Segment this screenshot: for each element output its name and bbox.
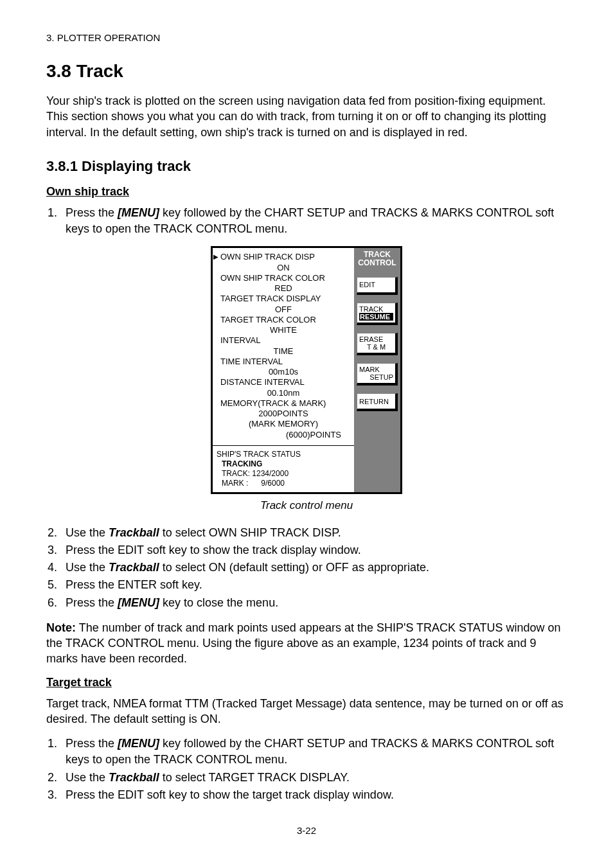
- status-mark: MARK : 9/6000: [217, 479, 350, 488]
- menu-items: OWN SHIP TRACK DISP ON OWN SHIP TRACK CO…: [213, 248, 354, 445]
- step-text: to select OWN SHIP TRACK DISP.: [159, 526, 341, 539]
- own-track-heading: Own ship track: [46, 185, 567, 199]
- menu-item-label: DISTANCE INTERVAL: [220, 377, 346, 387]
- own-track-steps: Press the [MENU] key followed by the CHA…: [46, 205, 567, 237]
- step-3: Press the EDIT soft key to show the trac…: [60, 542, 567, 558]
- menu-item-label: OWN SHIP TRACK DISP: [220, 252, 346, 262]
- step-6: Press the [MENU] key to close the menu.: [60, 595, 567, 611]
- softkey-label: ERASE: [359, 335, 393, 343]
- step-1: Press the [MENU] key followed by the CHA…: [60, 736, 567, 768]
- status-track: TRACK: 1234/2000: [217, 469, 350, 479]
- menu-extra-line: (MARK MEMORY): [220, 419, 346, 429]
- step-text: Use the: [66, 771, 109, 784]
- softkey-return[interactable]: RETURN: [357, 393, 398, 411]
- page-header: 3. PLOTTER OPERATION: [46, 32, 567, 43]
- page: 3. PLOTTER OPERATION 3.8 Track Your ship…: [0, 0, 613, 868]
- softkey-label-inverted: RESUME: [359, 313, 393, 321]
- menu-item-value: 2000POINTS: [220, 409, 346, 419]
- intro-paragraph: Your ship's track is plotted on the scre…: [46, 93, 567, 140]
- menu-box: OWN SHIP TRACK DISP ON OWN SHIP TRACK CO…: [211, 246, 402, 494]
- step-text: to select ON (default setting) or OFF as…: [159, 561, 429, 574]
- step-text: Press the: [66, 206, 118, 219]
- menu-item-label: TARGET TRACK COLOR: [220, 315, 346, 325]
- step-3: Press the EDIT soft key to show the targ…: [60, 787, 567, 803]
- menu-item-value: 00m10s: [220, 367, 346, 377]
- menu-item-value: 00.10nm: [220, 388, 346, 398]
- own-track-steps-cont: Use the Trackball to select OWN SHIP TRA…: [46, 525, 567, 611]
- softkey-title-line: TRACK: [364, 250, 391, 259]
- step-text: key to close the menu.: [159, 596, 278, 609]
- menu-item-label: OWN SHIP TRACK COLOR: [220, 273, 346, 283]
- status-mode: TRACKING: [217, 459, 350, 469]
- note-paragraph: Note: The number of track and mark point…: [46, 620, 567, 667]
- menu-item-value: ON: [220, 263, 346, 273]
- softkey-label: EDIT: [359, 281, 393, 288]
- softkey-edit[interactable]: EDIT: [357, 277, 398, 295]
- menu-item-label: TARGET TRACK DISPLAY: [220, 294, 346, 304]
- step-1: Press the [MENU] key followed by the CHA…: [60, 205, 567, 237]
- softkey-label: TRACK: [359, 305, 393, 313]
- softkey-mark-setup[interactable]: MARK SETUP: [357, 363, 398, 385]
- subsection-title: 3.8.1 Displaying track: [46, 158, 567, 175]
- note-label: Note:: [46, 621, 76, 634]
- menu-item-value: TIME: [220, 346, 346, 357]
- softkey-label: RETURN: [359, 398, 393, 405]
- step-2: Use the Trackball to select TARGET TRACK…: [60, 770, 567, 786]
- menu-item-label: INTERVAL: [220, 335, 346, 346]
- menu-item-value: WHITE: [220, 325, 346, 335]
- key-label: [MENU]: [118, 596, 159, 609]
- key-label: [MENU]: [118, 737, 159, 750]
- softkey-track-resume[interactable]: TRACK RESUME: [357, 303, 398, 325]
- track-control-figure: OWN SHIP TRACK DISP ON OWN SHIP TRACK CO…: [46, 246, 567, 494]
- step-text: Use the: [66, 526, 109, 539]
- menu-item-value: OFF: [220, 305, 346, 315]
- step-text: Press the: [66, 596, 118, 609]
- menu-extra-line: (6000)POINTS: [220, 430, 346, 440]
- target-track-steps: Press the [MENU] key followed by the CHA…: [46, 736, 567, 803]
- softkey-title-line: CONTROL: [358, 258, 396, 267]
- menu-status-block: SHIP'S TRACK STATUS TRACKING TRACK: 1234…: [213, 446, 354, 492]
- step-text: to select TARGET TRACK DISPLAY.: [159, 771, 350, 784]
- step-4: Use the Trackball to select ON (default …: [60, 560, 567, 576]
- section-title: 3.8 Track: [46, 61, 567, 82]
- softkey-label: SETUP: [359, 373, 393, 381]
- softkey-erase[interactable]: ERASE T & M: [357, 333, 398, 355]
- page-number: 3-22: [46, 825, 567, 836]
- softkey-panel: TRACK CONTROL EDIT TRACK RESUME ERASE T …: [354, 248, 400, 492]
- step-5: Press the ENTER soft key.: [60, 577, 567, 593]
- menu-item-label: MEMORY(TRACK & MARK): [220, 398, 346, 409]
- figure-caption: Track control menu: [46, 499, 567, 512]
- target-intro: Target track, NMEA format TTM (Tracked T…: [46, 696, 567, 727]
- status-title: SHIP'S TRACK STATUS: [217, 450, 350, 459]
- key-label: Trackball: [109, 561, 159, 574]
- key-label: [MENU]: [118, 206, 159, 219]
- key-label: Trackball: [109, 771, 159, 784]
- softkey-label: T & M: [359, 343, 393, 351]
- menu-item-value: RED: [220, 283, 346, 294]
- menu-left-panel: OWN SHIP TRACK DISP ON OWN SHIP TRACK CO…: [213, 248, 354, 492]
- softkey-title: TRACK CONTROL: [357, 251, 398, 269]
- step-text: Use the: [66, 561, 109, 574]
- menu-item-label: TIME INTERVAL: [220, 357, 346, 367]
- softkey-label: MARK: [359, 366, 393, 373]
- key-label: Trackball: [109, 526, 159, 539]
- step-2: Use the Trackball to select OWN SHIP TRA…: [60, 525, 567, 541]
- target-track-heading: Target track: [46, 676, 567, 689]
- step-text: Press the: [66, 737, 118, 750]
- note-body: The number of track and mark points used…: [46, 621, 560, 666]
